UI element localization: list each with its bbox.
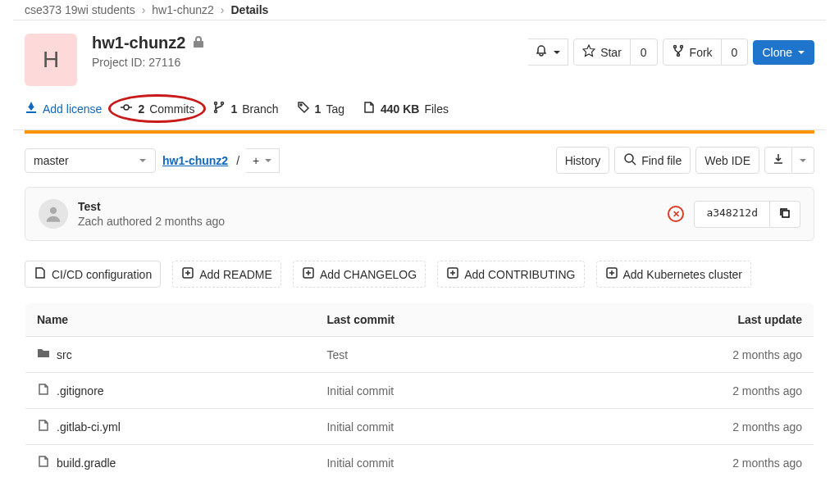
table-row[interactable]: .gitignoreInitial commit2 months ago — [25, 373, 814, 409]
last-commit-text: Initial commit — [315, 445, 561, 481]
path-breadcrumb: hw1-chunz2 / — [162, 154, 239, 167]
svg-point-6 — [215, 111, 217, 113]
chevron-down-icon — [139, 154, 147, 167]
plus-square-icon — [302, 266, 315, 282]
add-kubernetes-button[interactable]: Add Kubernetes cluster — [596, 261, 752, 288]
copy-sha-button[interactable] — [770, 201, 800, 228]
branch-select[interactable]: master — [25, 148, 156, 173]
last-update-text: 2 months ago — [562, 445, 814, 481]
download-dropdown[interactable] — [792, 147, 814, 174]
fork-icon — [672, 44, 685, 60]
table-row[interactable]: srcTest2 months ago — [25, 337, 814, 373]
history-button[interactable]: History — [556, 147, 610, 174]
svg-point-2 — [677, 54, 679, 57]
svg-rect-10 — [782, 211, 789, 217]
ci-status-bar — [25, 130, 814, 134]
bell-icon — [535, 44, 548, 60]
breadcrumb-item[interactable]: cse373 19wi students — [25, 3, 135, 16]
notification-dropdown[interactable] — [528, 39, 568, 66]
pipeline-failed-icon[interactable]: ✕ — [668, 206, 684, 222]
tags-link[interactable]: 1 Tag — [297, 101, 344, 116]
svg-point-9 — [50, 207, 57, 214]
web-ide-button[interactable]: Web IDE — [695, 147, 759, 174]
repo-root-link[interactable]: hw1-chunz2 — [162, 154, 228, 167]
plus-square-icon — [181, 266, 194, 282]
svg-point-5 — [221, 102, 224, 105]
add-contributing-button[interactable]: Add CONTRIBUTING — [437, 261, 584, 288]
star-count[interactable]: 0 — [631, 39, 658, 66]
chevron-right-icon: › — [142, 3, 146, 16]
file-icon — [37, 419, 50, 434]
svg-point-7 — [300, 104, 302, 106]
svg-point-4 — [215, 102, 217, 105]
license-icon — [25, 101, 38, 116]
commit-meta: Zach authored 2 months ago — [78, 215, 658, 228]
file-name-text: src — [57, 348, 72, 361]
last-update-text: 2 months ago — [562, 337, 814, 373]
latest-commit-box: Test Zach authored 2 months ago ✕ a34821… — [25, 187, 814, 241]
plus-icon: + — [253, 154, 259, 167]
file-name-text: build.gradle — [57, 456, 116, 470]
star-icon — [582, 44, 595, 60]
file-icon — [37, 455, 50, 470]
last-commit-text: Test — [315, 337, 561, 373]
table-row[interactable]: .gitlab-ci.ymlInitial commit2 months ago — [25, 409, 814, 445]
commit-icon — [120, 101, 133, 116]
chevron-right-icon: › — [221, 3, 225, 16]
last-commit-text: Initial commit — [315, 373, 561, 409]
last-commit-text: Initial commit — [315, 409, 561, 445]
clone-button[interactable]: Clone — [753, 40, 814, 65]
add-readme-button[interactable]: Add README — [172, 261, 281, 288]
column-commit: Last commit — [315, 303, 561, 337]
breadcrumb-current: Details — [230, 3, 268, 16]
chevron-down-icon — [799, 154, 807, 167]
file-name-text: .gitignore — [57, 384, 104, 397]
file-name-text: .gitlab-ci.yml — [57, 420, 121, 434]
download-icon — [772, 152, 785, 168]
files-size-link[interactable]: 440 KB Files — [363, 101, 449, 116]
find-file-button[interactable]: Find file — [614, 147, 691, 174]
download-button[interactable] — [764, 147, 792, 174]
search-icon — [623, 152, 636, 168]
chevron-down-icon — [797, 46, 805, 59]
svg-point-8 — [625, 154, 633, 162]
svg-point-1 — [680, 46, 682, 48]
lock-icon — [192, 35, 205, 51]
last-update-text: 2 months ago — [562, 409, 814, 445]
column-name: Name — [25, 303, 316, 337]
breadcrumb-item[interactable]: hw1-chunz2 — [152, 3, 214, 16]
breadcrumb: cse373 19wi students › hw1-chunz2 › Deta… — [13, 0, 826, 20]
user-avatar — [39, 199, 68, 229]
cicd-config-button[interactable]: CI/CD configuration — [25, 261, 161, 288]
copy-icon — [778, 210, 791, 222]
project-id: Project ID: 27116 — [92, 56, 513, 69]
add-license-link[interactable]: Add license — [25, 101, 102, 116]
branch-icon — [212, 101, 226, 116]
commits-link[interactable]: 2 Commits — [120, 101, 194, 116]
plus-square-icon — [605, 266, 618, 282]
star-button[interactable]: Star — [573, 39, 631, 66]
commit-sha[interactable]: a348212d — [694, 201, 770, 228]
chevron-down-icon — [553, 46, 561, 59]
chevron-down-icon — [264, 154, 272, 167]
plus-square-icon — [446, 266, 459, 282]
svg-point-0 — [673, 46, 676, 48]
file-icon — [37, 383, 50, 398]
add-dropdown[interactable]: + — [246, 148, 280, 173]
tag-icon — [297, 101, 310, 116]
file-tree-table: Name Last commit Last update srcTest2 mo… — [25, 302, 814, 481]
branches-link[interactable]: 1 Branch — [212, 101, 278, 116]
fork-button[interactable]: Fork — [663, 39, 722, 66]
column-update: Last update — [562, 303, 814, 337]
project-avatar: H — [25, 34, 77, 86]
commit-title[interactable]: Test — [78, 200, 658, 213]
svg-point-3 — [124, 105, 129, 110]
file-icon — [34, 266, 47, 282]
folder-icon — [37, 347, 50, 362]
table-row[interactable]: build.gradleInitial commit2 months ago — [25, 445, 814, 481]
file-icon — [363, 101, 376, 116]
add-changelog-button[interactable]: Add CHANGELOG — [293, 261, 426, 288]
last-update-text: 2 months ago — [562, 373, 814, 409]
project-title: hw1-chunz2 — [92, 34, 185, 52]
fork-count[interactable]: 0 — [722, 39, 749, 66]
